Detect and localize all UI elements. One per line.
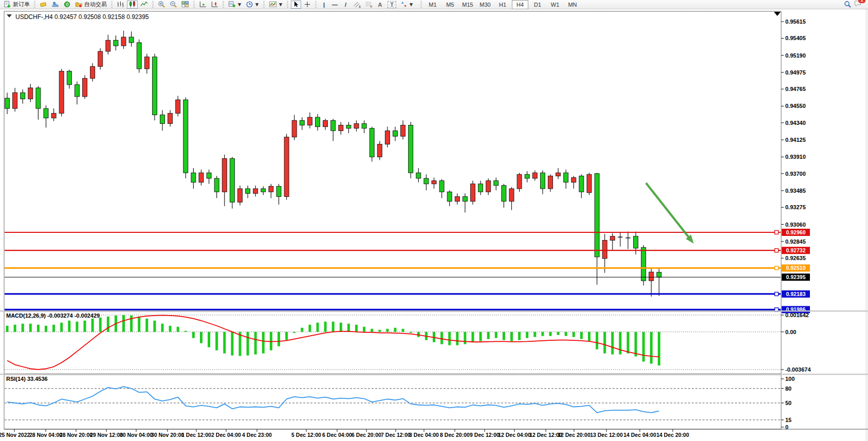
macd-pane[interactable] bbox=[4, 311, 781, 374]
hline-price-label: 0.92183 bbox=[786, 291, 806, 297]
search-button[interactable] bbox=[842, 1, 853, 9]
date-tick-label: 14 Dec 04:00 bbox=[623, 432, 656, 438]
line-chart-button[interactable] bbox=[139, 1, 150, 9]
new-order-button[interactable]: 新订单 bbox=[2, 1, 31, 9]
timeframe-button-M1[interactable]: M1 bbox=[424, 0, 441, 9]
candle-body bbox=[238, 189, 243, 202]
timeframe-button-H1[interactable]: H1 bbox=[494, 0, 511, 9]
date-tick-label: 7 Dec 12:00 bbox=[381, 432, 411, 438]
svg-text:E: E bbox=[359, 5, 361, 8]
candle-body bbox=[439, 181, 444, 192]
channel-button[interactable]: E bbox=[352, 1, 362, 9]
timeframe-button-M15[interactable]: M15 bbox=[459, 0, 476, 9]
main-toolbar: 新订单 自动交易 bbox=[0, 0, 868, 9]
hline-anchor[interactable] bbox=[775, 249, 779, 252]
dropdown-caret-icon: ▾ bbox=[279, 1, 283, 8]
candle-body bbox=[21, 93, 25, 99]
auto-scroll-icon bbox=[199, 1, 207, 8]
candle-body bbox=[90, 66, 95, 78]
timeframe-button-D1[interactable]: D1 bbox=[529, 0, 546, 9]
autotrading-icon bbox=[75, 1, 83, 8]
crosshair-button[interactable] bbox=[302, 1, 312, 9]
rsi-tick-label: 80 bbox=[785, 385, 791, 392]
right-scroll-strip[interactable] bbox=[866, 9, 868, 441]
macd-label: MACD(12,26,9) -0.003274 -0.002429 bbox=[6, 313, 100, 319]
candle-body bbox=[246, 189, 250, 193]
tile-windows-button[interactable] bbox=[180, 1, 191, 9]
candle-body bbox=[432, 181, 436, 184]
vertical-line-button[interactable]: | bbox=[319, 1, 329, 9]
toolbar-grip bbox=[111, 1, 113, 8]
cursor-button[interactable] bbox=[291, 1, 301, 9]
hline-anchor[interactable] bbox=[775, 266, 779, 270]
candle-body bbox=[463, 196, 467, 201]
candle bbox=[641, 245, 646, 286]
date-tick-label: 28 Nov 04:00 bbox=[29, 432, 62, 438]
candlestick-chart-button[interactable] bbox=[127, 1, 138, 9]
hline-anchor[interactable] bbox=[775, 230, 779, 234]
timeframe-button-W1[interactable]: W1 bbox=[547, 0, 563, 9]
editor-icon bbox=[40, 1, 47, 8]
candle-body bbox=[44, 108, 48, 118]
rsi-pane[interactable] bbox=[4, 375, 781, 429]
notifications-button[interactable]: 1 bbox=[854, 0, 862, 9]
candle-body bbox=[168, 113, 173, 123]
price-tick-label: 0.95615 bbox=[785, 19, 806, 25]
timeframe-button-M30[interactable]: M30 bbox=[477, 0, 493, 9]
indicators-button[interactable]: ▾ bbox=[267, 1, 284, 9]
new-chart-icon bbox=[228, 1, 236, 8]
arrows-tool-icon bbox=[400, 1, 408, 8]
main-chart-pane[interactable] bbox=[4, 11, 781, 310]
rsi-tick-label: 15 bbox=[785, 417, 791, 423]
zoom-in-button[interactable] bbox=[156, 1, 167, 9]
chart-shift-button[interactable] bbox=[209, 1, 220, 9]
trendline-button[interactable]: / bbox=[341, 1, 350, 9]
pane-divider[interactable] bbox=[0, 374, 868, 375]
candle bbox=[471, 181, 475, 205]
candle-body bbox=[284, 137, 289, 197]
candle-body bbox=[486, 181, 491, 192]
candle-body bbox=[610, 236, 615, 241]
price-tick-label: 0.94550 bbox=[785, 103, 806, 109]
auto-scroll-button[interactable] bbox=[197, 1, 208, 9]
date-tick-label: 5 Dec 12:00 bbox=[291, 432, 321, 438]
hline-anchor[interactable] bbox=[775, 292, 779, 296]
text-button[interactable]: A bbox=[375, 1, 385, 9]
horizontal-line-icon: — bbox=[331, 2, 338, 8]
toolbar-grip bbox=[315, 1, 317, 8]
vertical-line-icon: | bbox=[321, 2, 327, 8]
bar-chart-button[interactable] bbox=[115, 1, 126, 9]
date-tick-label: 12 Dec 20:00 bbox=[558, 432, 590, 438]
arrows-tool-button[interactable]: ▾ bbox=[399, 1, 415, 9]
candle-body bbox=[587, 174, 592, 193]
horizontal-line-button[interactable]: — bbox=[330, 1, 340, 9]
candle bbox=[230, 157, 234, 208]
timeframe-button-MN[interactable]: MN bbox=[564, 0, 581, 9]
signals-button[interactable] bbox=[62, 1, 72, 9]
rsi-tick-label: 50 bbox=[785, 400, 791, 406]
candle-body bbox=[362, 123, 366, 128]
hline-price-label: 0.92732 bbox=[786, 247, 806, 253]
zoom-out-button[interactable] bbox=[168, 1, 179, 9]
periods-button[interactable]: ▾ bbox=[244, 1, 261, 9]
timeframe-button-H4[interactable]: H4 bbox=[512, 0, 528, 9]
candle-body bbox=[36, 88, 41, 108]
candle-body bbox=[331, 120, 336, 131]
candle-body bbox=[129, 37, 134, 43]
chart-area[interactable]: 0.929600.927320.925100.921830.919860.923… bbox=[0, 9, 868, 441]
candle-body bbox=[253, 189, 258, 193]
candle-body bbox=[176, 100, 180, 113]
community-button[interactable] bbox=[50, 1, 61, 9]
candle-body bbox=[292, 120, 297, 137]
timeframe-button-M5[interactable]: M5 bbox=[442, 0, 458, 9]
candle bbox=[152, 54, 157, 121]
new-chart-button[interactable]: ▾ bbox=[227, 1, 243, 9]
pane-divider[interactable] bbox=[0, 310, 868, 311]
autotrading-button[interactable]: 自动交易 bbox=[73, 1, 108, 9]
editor-button[interactable] bbox=[38, 1, 49, 9]
date-tick-label: 1 Dec 12:00 bbox=[181, 432, 211, 438]
text-label-button[interactable]: T bbox=[386, 1, 398, 9]
trendline-icon: / bbox=[342, 2, 349, 8]
fibonacci-button[interactable]: F bbox=[363, 1, 374, 9]
candle-body bbox=[183, 100, 188, 173]
